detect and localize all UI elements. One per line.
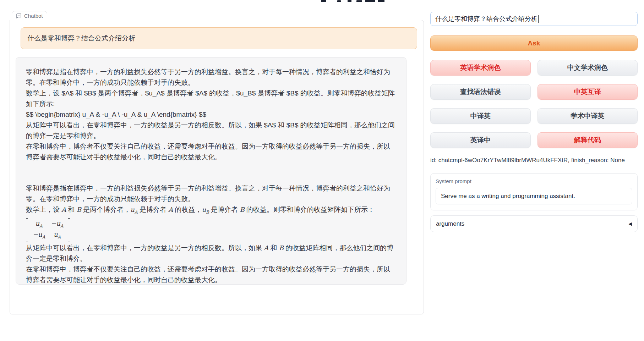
bot-text-line: $$ \begin{bmatrix} u_A & -u_A \ -u_A & u… [26, 109, 396, 120]
title-glyph-fragment [337, 0, 341, 2]
title-glyph-fragment [378, 0, 384, 2]
math-variable: B [77, 206, 81, 213]
quick-button-academic-zh-to-en[interactable]: 学术中译英 [537, 108, 638, 124]
quick-button-zh-academic-polish[interactable]: 中文学术润色 [537, 60, 638, 76]
quick-button-explain-code[interactable]: 解释代码 [537, 132, 638, 148]
quick-button-zh-to-en[interactable]: 中译英 [430, 108, 531, 124]
message-gap [26, 163, 396, 183]
arguments-accordion-label: arguments [436, 220, 464, 227]
app-body: Chatbot 什么是零和博弈？结合公式介绍分析 零和博弈是指在博弈中，一方的利… [0, 9, 644, 314]
system-prompt-card: System prompt Serve me as a writing and … [430, 173, 638, 210]
user-message-bubble: 什么是零和博弈？结合公式介绍分析 [21, 27, 417, 49]
math-variable: uB [202, 206, 209, 213]
math-variable: uA [36, 219, 43, 230]
math-variable: uA [130, 206, 137, 213]
ask-button[interactable]: Ask [430, 35, 638, 51]
matrix-row: −uAuA [33, 230, 64, 241]
bot-text-line: 数学上，设 $A$ 和 $B$ 是两个博弈者，$u_A$ 是博弈者 $A$ 的收… [26, 88, 396, 109]
chat-bubble-icon [16, 13, 22, 19]
math-variable: A [61, 206, 66, 213]
arguments-accordion-header[interactable]: arguments ◀ [430, 215, 638, 232]
math-variable: B [240, 206, 244, 213]
bot-text-line: 从矩阵中可以看出，在零和博弈中，一方的收益是另一方的相反数。所以，如果 A 和 … [26, 243, 396, 264]
bot-message-bubble: 零和博弈是指在博弈中，一方的利益损失必然等于另一方的利益增益。换言之，对于每一种… [16, 57, 406, 285]
title-glyph-fragment [348, 0, 351, 2]
chatbot-label: Chatbot [12, 11, 47, 20]
quick-button-find-grammar-errors[interactable]: 查找语法错误 [430, 84, 531, 100]
math-variable: −uA [51, 219, 63, 230]
matrix-row: uA−uA [33, 219, 64, 230]
triangle-left-icon: ◀ [628, 221, 632, 226]
quick-action-grid: 英语学术润色中文学术润色查找语法错误中英互译中译英学术中译英英译中解释代码 [430, 60, 638, 148]
bot-text-line: 零和博弈是指在博弈中，一方的利益损失必然等于另一方的利益增益。换言之，对于每一种… [26, 183, 396, 204]
payoff-matrix: uA−uA−uAuA [26, 218, 70, 242]
bot-text-line: 从矩阵中可以看出，在零和博弈中，一方的收益是另一方的相反数。所以，如果 $A$ … [26, 120, 396, 141]
math-variable: −uA [33, 230, 45, 241]
chatbot-column: Chatbot 什么是零和博弈？结合公式介绍分析 零和博弈是指在博弈中，一方的利… [10, 11, 424, 314]
quick-button-en-to-zh[interactable]: 英译中 [430, 132, 531, 148]
tools-column: 什么是零和博弈？结合公式介绍分析 Ask 英语学术润色中文学术润色查找语法错误中… [430, 11, 638, 232]
title-glyph-fragment [356, 0, 362, 2]
chatbot-label-text: Chatbot [24, 13, 43, 19]
math-variable: B [279, 244, 284, 252]
math-variable: uA [54, 230, 61, 241]
response-status-text: id: chatcmpl-6wOo7KrYTwMl89lbrMWRu4UkFFX… [430, 157, 638, 164]
question-input-value: 什么是零和博弈？结合公式介绍分析 [435, 15, 537, 23]
math-variable: A [168, 206, 173, 213]
user-message-text: 什么是零和博弈？结合公式介绍分析 [27, 34, 135, 42]
bot-message-rendered-block: 零和博弈是指在博弈中，一方的利益损失必然等于另一方的利益增益。换言之，对于每一种… [26, 183, 396, 285]
bot-text-line: 零和博弈是指在博弈中，一方的利益损失必然等于另一方的利益增益。换言之，对于每一种… [26, 67, 396, 88]
bot-message-raw-block: 零和博弈是指在博弈中，一方的利益损失必然等于另一方的利益增益。换言之，对于每一种… [26, 67, 396, 163]
system-prompt-input[interactable]: Serve me as a writing and programming as… [436, 188, 632, 204]
quick-button-zh-en-mutual-translation[interactable]: 中英互译 [537, 84, 638, 100]
title-glyph-fragment [365, 0, 375, 2]
bot-text-line: 在零和博弈中，博弈者不仅要关注自己的收益，还需要考虑对手的收益。因为一方取得的收… [26, 264, 396, 284]
quick-button-en-academic-polish[interactable]: 英语学术润色 [430, 60, 531, 76]
system-prompt-value: Serve me as a writing and programming as… [441, 193, 575, 200]
chatbot-panel: 什么是零和博弈？结合公式介绍分析 零和博弈是指在博弈中，一方的利益损失必然等于另… [10, 20, 424, 314]
title-glyph-fragment [321, 0, 326, 2]
system-prompt-label: System prompt [436, 178, 632, 184]
question-input[interactable]: 什么是零和博弈？结合公式介绍分析 [430, 12, 638, 26]
clipped-page-title [0, 0, 644, 9]
bot-text-line: 在零和博弈中，博弈者不仅要关注自己的收益，还需要考虑对手的收益。因为一方取得的收… [26, 141, 396, 163]
text-cursor [538, 15, 539, 23]
bot-text-line: 数学上，设 A 和 B 是两个博弈者，uA 是博弈者 A 的收益，uB 是博弈者… [26, 204, 396, 218]
math-variable: A [264, 244, 268, 252]
